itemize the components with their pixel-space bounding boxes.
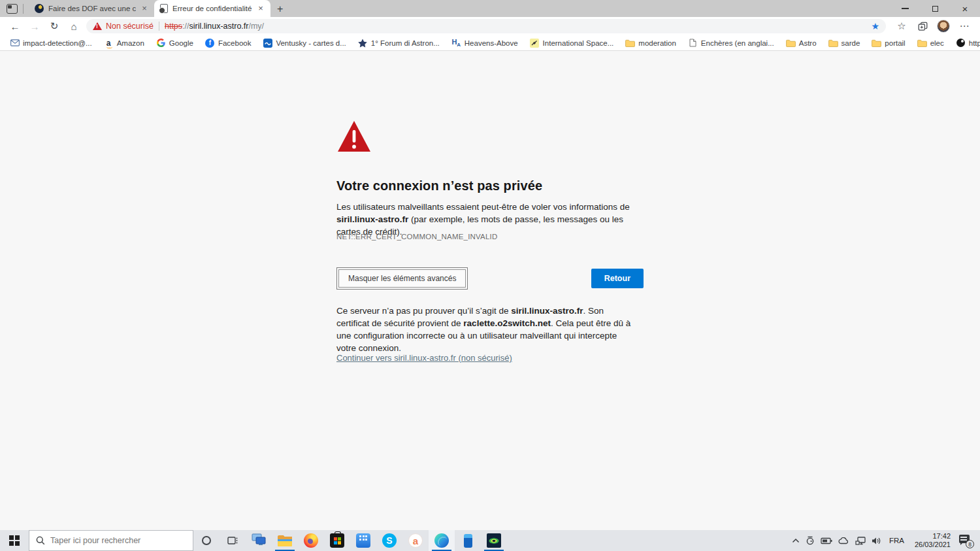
- language-indicator[interactable]: FRA: [887, 537, 906, 544]
- cortana-button[interactable]: [193, 530, 220, 551]
- taskbar-app-remote-desktop[interactable]: [246, 530, 272, 551]
- battery-icon[interactable]: [821, 537, 832, 544]
- bookmark-heavens-above[interactable]: HA Heavens-Above: [446, 38, 524, 48]
- bookmark-label: Ventusky - cartes d...: [276, 39, 346, 47]
- collections-icon[interactable]: [912, 22, 933, 31]
- bookmarks-bar: impact-detection@... a Amazon Google f F…: [0, 35, 980, 51]
- bookmark-label: 1° Forum di Astron...: [371, 39, 440, 47]
- tab-actions-icon[interactable]: [7, 4, 18, 14]
- mail-icon: [10, 38, 20, 48]
- advanced-description: Ce serveur n’a pas pu prouver qu’il s’ag…: [336, 305, 638, 354]
- bookmark-label: https://quickmap.lr...: [969, 39, 980, 47]
- bookmark-moderation[interactable]: moderation: [619, 38, 682, 48]
- tab-close-icon[interactable]: ×: [256, 4, 265, 13]
- calculator-icon: [356, 533, 370, 548]
- bookmark-amazon[interactable]: a Amazon: [98, 38, 150, 48]
- refresh-icon[interactable]: ↻: [44, 20, 64, 32]
- facebook-icon: f: [205, 38, 215, 48]
- onedrive-cloud-icon[interactable]: [838, 537, 849, 544]
- favorites-icon[interactable]: ☆: [891, 20, 912, 32]
- favorite-star-icon[interactable]: ★: [871, 21, 879, 31]
- folder-icon: [872, 38, 881, 48]
- notification-badge: 8: [966, 540, 974, 548]
- bookmark-ventusky[interactable]: Ventusky - cartes d...: [257, 38, 351, 48]
- task-view-icon: [227, 535, 238, 546]
- bookmark-label: moderation: [638, 39, 676, 47]
- bookmark-encheres[interactable]: Enchères (en anglai...: [682, 38, 780, 48]
- task-view-button[interactable]: [220, 530, 246, 551]
- home-icon[interactable]: ⌂: [64, 21, 84, 32]
- url-host: siril.linux-astro.fr: [189, 22, 248, 31]
- system-tray: FRA 17:42 26/03/2021 8: [792, 530, 980, 551]
- windows-taskbar: S a FRA 17:42: [0, 530, 980, 551]
- browser-toolbar: ← → ↻ ⌂ Non sécurisé https :// siril.lin…: [0, 17, 980, 35]
- error-code: NET::ERR_CERT_COMMON_NAME_INVALID: [336, 233, 497, 241]
- taskbar-search[interactable]: [29, 530, 193, 551]
- taskbar-app-edge[interactable]: [429, 530, 455, 551]
- bookmark-label: Google: [169, 39, 193, 47]
- bookmark-impact-detection[interactable]: impact-detection@...: [4, 38, 98, 48]
- error-description-text: Les utilisateurs malveillants essaient p…: [336, 202, 630, 212]
- tray-app-icon[interactable]: [806, 536, 815, 545]
- start-button[interactable]: [0, 530, 29, 551]
- hidden-icons-chevron-icon[interactable]: [792, 538, 800, 543]
- time: 17:42: [932, 532, 951, 540]
- not-secure-label[interactable]: Non sécurisé: [106, 22, 154, 31]
- clock[interactable]: 17:42 26/03/2021: [912, 532, 953, 549]
- taskbar-app-skype[interactable]: S: [376, 530, 402, 551]
- bookmark-label: impact-detection@...: [23, 39, 92, 47]
- bookmark-forum-astron[interactable]: 1° Forum di Astron...: [352, 38, 446, 48]
- tab-title: Faire des DOF avec une caméra: [48, 5, 136, 12]
- volume-icon[interactable]: [872, 537, 881, 545]
- bookmark-portail[interactable]: portail: [866, 38, 911, 48]
- bookmark-label: Facebook: [218, 39, 252, 47]
- green-eye-app-icon: [487, 533, 501, 548]
- search-input[interactable]: [50, 536, 174, 545]
- bookmark-facebook[interactable]: f Facebook: [199, 38, 257, 48]
- tab-faire-des-dof[interactable]: Faire des DOF avec une caméra ×: [29, 0, 154, 17]
- window-close-icon[interactable]: ×: [950, 0, 980, 17]
- bookmark-quickmap[interactable]: https://quickmap.lr...: [950, 38, 980, 48]
- profile-avatar[interactable]: [937, 20, 950, 33]
- hide-advanced-button[interactable]: Masquer les éléments avancés: [338, 269, 466, 288]
- url-scheme: https: [165, 22, 182, 31]
- settings-more-icon[interactable]: ⋯: [954, 20, 975, 32]
- bookmark-label: sarde: [841, 39, 860, 47]
- amazon-icon: a: [104, 38, 114, 48]
- action-center-button[interactable]: 8: [959, 534, 973, 547]
- iss-icon: [530, 38, 540, 48]
- bookmark-label: portail: [885, 39, 905, 47]
- privacy-error-favicon-icon: [160, 4, 168, 13]
- window-minimize-icon[interactable]: [890, 0, 920, 17]
- tab-erreur-confidentialite[interactable]: Erreur de confidentialité ×: [154, 0, 270, 17]
- taskbar-app-store[interactable]: [324, 530, 350, 551]
- taskbar-app-file-explorer[interactable]: [272, 530, 298, 551]
- microsoft-store-icon: [330, 533, 344, 548]
- bookmark-astro[interactable]: Astro: [780, 38, 823, 48]
- advanced-cert-host-bold: raclette.o2switch.net: [463, 318, 551, 328]
- remote-desktop-icon: [252, 533, 266, 548]
- bookmark-label: International Space...: [543, 39, 614, 47]
- bookmark-label: elec: [930, 39, 944, 47]
- url-path: /my/: [248, 22, 264, 31]
- taskbar-app-firefox[interactable]: [298, 530, 324, 551]
- bookmark-google[interactable]: Google: [150, 38, 199, 48]
- bookmark-international-space[interactable]: International Space...: [524, 38, 620, 48]
- webastro-favicon-icon: [35, 4, 44, 13]
- bookmark-elec[interactable]: elec: [911, 38, 950, 48]
- taskbar-app-a[interactable]: a: [402, 530, 429, 551]
- address-bar[interactable]: Non sécurisé https :// siril.linux-astro…: [86, 19, 886, 33]
- network-icon[interactable]: [855, 537, 866, 545]
- taskbar-app-astronomy[interactable]: [481, 530, 507, 551]
- bookmark-sarde[interactable]: sarde: [823, 38, 866, 48]
- window-restore-icon[interactable]: [920, 0, 950, 17]
- taskbar-app-your-phone[interactable]: [455, 530, 481, 551]
- folder-icon: [786, 38, 796, 48]
- back-icon[interactable]: ←: [5, 21, 25, 32]
- tab-close-icon[interactable]: ×: [140, 4, 149, 13]
- back-to-safety-button[interactable]: Retour: [591, 269, 644, 288]
- taskbar-app-calculator[interactable]: [350, 530, 376, 551]
- new-tab-icon[interactable]: +: [277, 4, 283, 14]
- continue-unsafe-link[interactable]: Continuer vers siril.linux-astro.fr (non…: [336, 353, 512, 363]
- ventusky-icon: [263, 38, 272, 48]
